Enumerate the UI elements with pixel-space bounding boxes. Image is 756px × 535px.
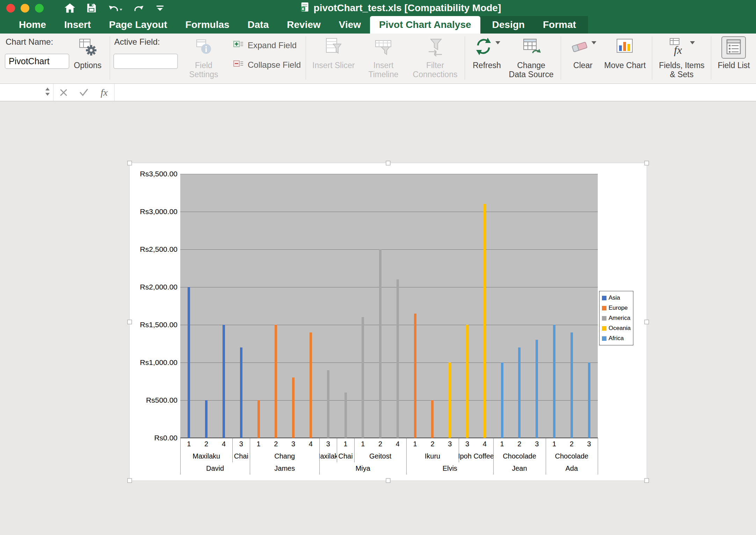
worksheet-canvas[interactable]: Rs3,500.00Rs3,000.00Rs2,500.00Rs2,000.00…	[0, 101, 756, 535]
tab-review[interactable]: Review	[278, 16, 330, 34]
refresh-button[interactable]: Refresh	[471, 36, 503, 70]
fx-label: fx	[101, 87, 108, 98]
name-box-spinner[interactable]	[45, 87, 50, 98]
bar-europe[interactable]	[257, 400, 260, 438]
change-data-source-button[interactable]: Change Data Source	[508, 36, 554, 79]
selection-handle-sw[interactable]	[128, 478, 132, 483]
tab-page-layout[interactable]: Page Layout	[100, 16, 176, 34]
gridline	[180, 400, 598, 401]
bar-africa[interactable]	[588, 362, 590, 438]
bar-america[interactable]	[327, 370, 329, 438]
bar-oceania[interactable]	[449, 362, 451, 438]
field-settings-button[interactable]: Field Settings	[181, 36, 227, 79]
gridline	[180, 212, 598, 212]
tab-view[interactable]: View	[330, 16, 370, 34]
tab-data[interactable]: Data	[239, 16, 278, 34]
name-box[interactable]	[0, 84, 53, 101]
bar-africa[interactable]	[536, 340, 538, 438]
fields-items-sets-label: Fields, Items & Sets	[659, 61, 705, 79]
field-list-button[interactable]: Field List	[718, 36, 750, 70]
quarter-label: 3	[528, 438, 546, 450]
bar-asia[interactable]	[240, 347, 242, 438]
insert-slicer-button[interactable]: Insert Slicer	[312, 36, 355, 70]
product-label: Chai	[337, 450, 354, 462]
selection-handle-e[interactable]	[645, 320, 649, 324]
zoom-button[interactable]	[35, 4, 44, 13]
refresh-dropdown-caret[interactable]	[495, 41, 500, 44]
tab-pivot-chart-analyse[interactable]: Pivot Chart Analyse	[370, 16, 480, 34]
bar-asia[interactable]	[223, 325, 225, 438]
filter-connections-button[interactable]: Filter Connections	[412, 36, 458, 79]
clear-button[interactable]: Clear	[567, 36, 599, 70]
options-button[interactable]: Options	[72, 36, 103, 70]
clear-icon	[570, 36, 589, 58]
product-label: Ikuru	[406, 450, 458, 462]
bar-europe[interactable]	[292, 378, 295, 438]
bar-europe[interactable]	[275, 325, 277, 438]
bar-america[interactable]	[362, 317, 364, 438]
bar-europe[interactable]	[431, 400, 434, 438]
window-title: pivotChart_test.xls [Compatibility Mode]	[314, 2, 501, 14]
product-label: Chocolade	[546, 450, 598, 462]
insert-timeline-button[interactable]: Insert Timeline	[361, 36, 407, 79]
y-axis-label: Rs2,500.00	[130, 245, 177, 254]
selection-handle-nw[interactable]	[128, 161, 132, 166]
bar-europe[interactable]	[310, 332, 312, 438]
bar-oceania[interactable]	[484, 204, 486, 438]
chart-name-input[interactable]	[5, 54, 69, 69]
bar-europe[interactable]	[414, 314, 416, 438]
clear-dropdown-caret[interactable]	[591, 41, 596, 44]
formula-bar: fx	[0, 84, 756, 101]
formula-input[interactable]	[115, 84, 756, 101]
bar-oceania[interactable]	[466, 325, 468, 438]
product-label: Ipoh Coffee	[459, 450, 494, 462]
redo-icon[interactable]	[133, 2, 145, 14]
tab-insert[interactable]: Insert	[55, 16, 100, 34]
bar-america[interactable]	[379, 249, 381, 438]
customize-toolbar-icon[interactable]	[155, 3, 165, 13]
bar-africa[interactable]	[570, 332, 573, 438]
move-chart-button[interactable]: Move Chart	[604, 36, 646, 70]
bar-asia[interactable]	[188, 287, 190, 438]
cancel-button[interactable]	[53, 84, 74, 101]
tab-format[interactable]: Format	[534, 16, 585, 34]
active-field-input[interactable]	[114, 54, 178, 69]
plot-area[interactable]	[180, 174, 598, 438]
bar-africa[interactable]	[518, 347, 521, 438]
fields-items-sets-button[interactable]: fx Fields, Items & Sets	[659, 36, 705, 79]
selection-handle-w[interactable]	[128, 320, 132, 324]
insert-function-button[interactable]: fx	[94, 84, 114, 101]
minimize-button[interactable]	[21, 4, 29, 13]
selection-handle-ne[interactable]	[645, 161, 649, 166]
refresh-label: Refresh	[473, 61, 501, 70]
enter-button[interactable]	[74, 84, 94, 101]
selection-handle-se[interactable]	[645, 478, 649, 483]
tab-formulas[interactable]: Formulas	[176, 16, 239, 34]
bar-africa[interactable]	[501, 362, 503, 438]
traffic-lights	[6, 4, 44, 13]
home-icon[interactable]	[64, 2, 76, 14]
pivot-chart-object[interactable]: Rs3,500.00Rs3,000.00Rs2,500.00Rs2,000.00…	[129, 163, 647, 481]
expand-field-button[interactable]: Expand Field	[233, 39, 301, 52]
close-button[interactable]	[6, 4, 15, 13]
insert-timeline-icon	[374, 36, 393, 59]
chart-legend[interactable]: AsiaEuropeAmericaOceaniaAfrica	[599, 291, 633, 345]
legend-swatch	[602, 316, 606, 321]
undo-icon[interactable]	[107, 2, 123, 14]
selection-handle-n[interactable]	[386, 161, 391, 166]
save-icon[interactable]	[86, 3, 97, 13]
bar-america[interactable]	[344, 393, 347, 438]
bar-asia[interactable]	[205, 400, 208, 438]
collapse-field-button[interactable]: Collapse Field	[233, 59, 301, 71]
selection-handle-s[interactable]	[386, 478, 391, 483]
move-chart-label: Move Chart	[604, 61, 646, 70]
quarter-label: 2	[198, 438, 215, 450]
pivot-chart-plot: Rs3,500.00Rs3,000.00Rs2,500.00Rs2,000.00…	[130, 163, 647, 481]
y-axis-label: Rs500.00	[130, 396, 177, 404]
tab-design[interactable]: Design	[483, 16, 534, 34]
tab-home[interactable]: Home	[10, 16, 55, 34]
bar-africa[interactable]	[553, 325, 555, 438]
field-list-label: Field List	[718, 61, 750, 70]
fields-items-sets-caret[interactable]	[690, 41, 695, 44]
bar-america[interactable]	[397, 279, 399, 438]
